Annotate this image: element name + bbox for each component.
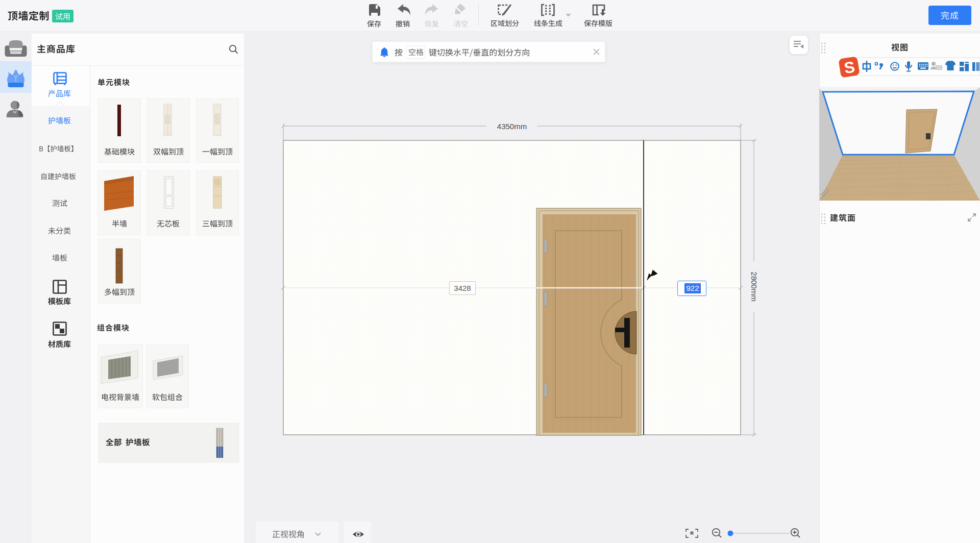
svg-text:22: 22 xyxy=(937,66,941,69)
